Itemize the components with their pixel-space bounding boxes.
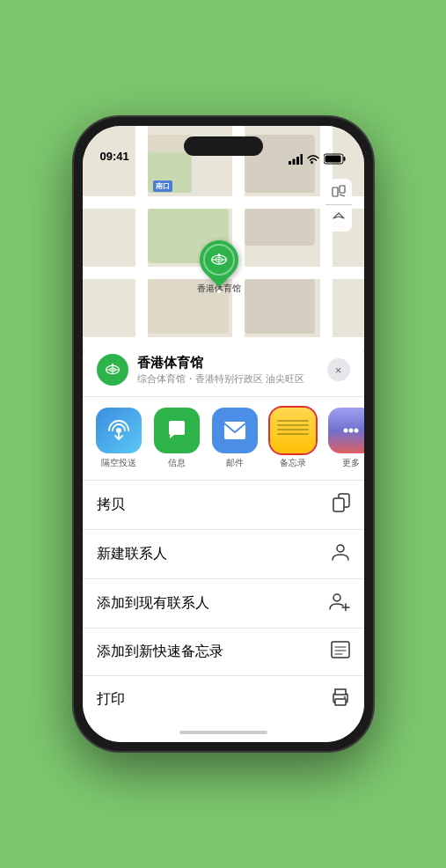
copy-icon	[333, 493, 350, 517]
action-new-contact-label: 新建联系人	[97, 545, 167, 563]
action-row-copy[interactable]: 拷贝	[83, 481, 364, 530]
svg-line-9	[340, 195, 345, 196]
location-card-icon	[97, 354, 128, 386]
action-add-contact-label: 添加到现有联系人	[97, 594, 209, 613]
action-quick-note-label: 添加到新快速备忘录	[97, 643, 223, 661]
stadium-card-icon	[104, 361, 121, 379]
notes-line-1	[277, 420, 309, 422]
share-item-more[interactable]: 更多	[325, 408, 364, 469]
quick-note-icon	[331, 641, 350, 663]
pin-inner	[203, 244, 235, 276]
copy-svg	[333, 493, 350, 512]
note-svg	[331, 641, 350, 658]
action-row-add-contact[interactable]: 添加到现有联系人	[83, 579, 364, 629]
print-svg	[331, 688, 350, 706]
share-item-airdrop[interactable]: 隔空投送	[93, 408, 144, 469]
notes-line-3	[277, 429, 309, 430]
svg-point-39	[344, 696, 346, 698]
map-view-button[interactable]	[325, 179, 352, 205]
stadium-pin: 香港体育馆	[197, 240, 241, 295]
location-subtitle: 综合体育馆・香港特别行政区 油尖旺区	[137, 372, 318, 386]
home-bar	[179, 731, 267, 734]
new-contact-icon	[331, 542, 350, 566]
mail-label: 邮件	[226, 457, 244, 469]
share-item-notes[interactable]: 备忘录	[267, 408, 318, 469]
more-label: 更多	[342, 457, 360, 469]
pin-dot	[217, 290, 221, 293]
map-label-box: 南口	[153, 180, 172, 192]
add-contact-icon	[329, 592, 350, 615]
notes-label: 备忘录	[280, 457, 306, 469]
close-button[interactable]: ×	[327, 358, 350, 381]
svg-rect-27	[333, 498, 344, 511]
signal-icon	[289, 154, 303, 165]
svg-rect-32	[332, 642, 349, 658]
notes-icon	[270, 408, 316, 453]
mail-icon	[212, 408, 258, 453]
location-arrow-icon	[333, 212, 345, 224]
more-icon	[328, 408, 364, 453]
more-svg	[340, 419, 362, 442]
status-time: 09:41	[100, 150, 129, 165]
messages-svg	[165, 419, 188, 442]
bottom-sheet: 香港体育馆 综合体育馆・香港特别行政区 油尖旺区 ×	[83, 340, 364, 742]
svg-rect-3	[300, 154, 303, 165]
action-row-new-contact[interactable]: 新建联系人	[83, 530, 364, 579]
messages-icon	[154, 408, 200, 453]
phone-frame: 09:41	[74, 117, 373, 751]
dynamic-island	[184, 136, 263, 156]
wifi-icon	[306, 154, 320, 165]
location-header: 香港体育馆 综合体育馆・香港特别行政区 油尖旺区 ×	[83, 354, 364, 397]
svg-rect-2	[296, 157, 299, 165]
map-controls	[325, 179, 352, 232]
svg-rect-7	[333, 188, 338, 196]
stadium-svg-icon	[210, 251, 228, 268]
svg-rect-5	[343, 157, 345, 161]
share-row: 隔空投送 信息	[83, 397, 364, 481]
notes-lines	[277, 420, 309, 438]
svg-rect-22	[224, 422, 245, 439]
person-add-svg	[329, 592, 350, 611]
print-icon	[331, 688, 350, 710]
action-copy-label: 拷贝	[97, 496, 125, 514]
svg-point-24	[348, 429, 353, 433]
mail-svg	[223, 421, 246, 440]
share-item-messages[interactable]: 信息	[151, 408, 202, 469]
svg-point-29	[333, 594, 340, 601]
svg-point-28	[337, 545, 344, 552]
action-row-quick-note[interactable]: 添加到新快速备忘录	[83, 629, 364, 676]
location-info: 香港体育馆 综合体育馆・香港特别行政区 油尖旺区	[137, 355, 318, 386]
location-name: 香港体育馆	[137, 355, 318, 371]
airdrop-svg	[107, 419, 130, 442]
svg-point-25	[354, 429, 358, 433]
person-svg	[331, 542, 350, 562]
action-print-label: 打印	[97, 690, 125, 709]
notes-line-4	[277, 433, 309, 435]
svg-rect-37	[335, 689, 346, 695]
map-block	[245, 209, 315, 246]
map-icon	[332, 185, 346, 199]
svg-point-23	[343, 429, 347, 433]
battery-icon	[324, 153, 347, 165]
map-block	[245, 279, 315, 334]
messages-label: 信息	[168, 457, 186, 469]
airdrop-icon	[96, 408, 142, 453]
svg-rect-0	[289, 161, 291, 165]
airdrop-label: 隔空投送	[101, 457, 136, 469]
south-entrance-label: 南口	[153, 180, 175, 192]
svg-point-19	[111, 364, 113, 366]
svg-rect-38	[335, 699, 346, 705]
svg-rect-6	[325, 156, 340, 163]
home-indicator	[83, 723, 364, 742]
pin-circle	[191, 232, 245, 287]
svg-rect-8	[340, 186, 345, 193]
action-row-print[interactable]: 打印	[83, 676, 364, 723]
notes-line-2	[277, 424, 309, 426]
svg-rect-1	[292, 158, 295, 165]
location-button[interactable]	[325, 205, 352, 232]
share-item-mail[interactable]: 邮件	[209, 408, 260, 469]
phone-screen: 09:41	[83, 126, 364, 742]
status-icons	[289, 153, 347, 165]
